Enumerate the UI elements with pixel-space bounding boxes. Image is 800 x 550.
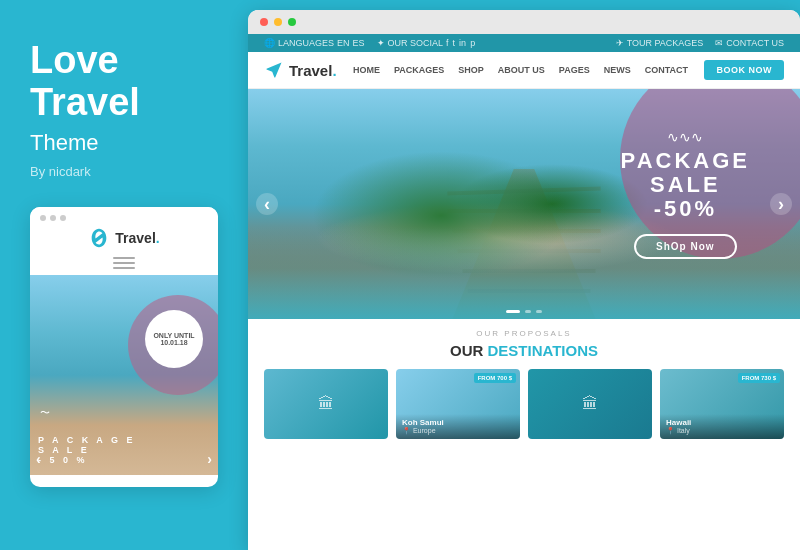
mobile-only-until: ONLY UNTIL 10.01.18 bbox=[145, 310, 203, 368]
site-topbar: 🌐 LANGUAGES EN ES ✦ OUR SOCIAL f t in p … bbox=[248, 34, 800, 52]
dest-card-2-info: Koh Samui 📍 Europe bbox=[396, 414, 520, 439]
mobile-dot-1 bbox=[40, 215, 46, 221]
tour-packages-item[interactable]: ✈ TOUR PACKAGES bbox=[616, 38, 704, 48]
site-nav: HOME PACKAGES SHOP ABOUT US PAGES NEWS C… bbox=[353, 65, 688, 75]
browser-minimize-dot[interactable] bbox=[274, 18, 282, 26]
pinterest-icon[interactable]: p bbox=[470, 38, 475, 48]
mobile-dots bbox=[40, 215, 66, 221]
hero-dot-1[interactable] bbox=[506, 310, 520, 313]
browser-mockup: 🌐 LANGUAGES EN ES ✦ OUR SOCIAL f t in p … bbox=[248, 10, 800, 550]
social-icons: f t in p bbox=[446, 38, 475, 48]
package-icon: ✈ bbox=[616, 38, 624, 48]
left-panel: Love Travel Theme By nicdark Travel. bbox=[0, 0, 248, 550]
mobile-arrow-right[interactable]: › bbox=[207, 451, 212, 467]
left-by: By nicdark bbox=[30, 164, 218, 179]
share-icon: ✦ bbox=[377, 38, 385, 48]
book-now-button[interactable]: BOOK NOW bbox=[704, 60, 784, 80]
globe-icon: 🌐 bbox=[264, 38, 275, 48]
destination-card-3[interactable]: 🏛 bbox=[528, 369, 652, 439]
destination-card-2[interactable]: Koh Samui 📍 Europe FROM 700 $ bbox=[396, 369, 520, 439]
site-logo-text: Travel. bbox=[289, 62, 337, 79]
mobile-dot-3 bbox=[60, 215, 66, 221]
left-title: Love Travel bbox=[30, 40, 218, 124]
twitter-icon[interactable]: t bbox=[453, 38, 456, 48]
destination-card-4[interactable]: Hawaii 📍 Italy FROM 730 $ bbox=[660, 369, 784, 439]
mobile-menu-line-3 bbox=[113, 267, 135, 269]
site-topbar-right: ✈ TOUR PACKAGES ✉ CONTACT US bbox=[616, 38, 784, 48]
mobile-wave: 〜 bbox=[40, 406, 50, 420]
dest-card-4-name: Hawaii bbox=[666, 418, 778, 427]
dest-card-2-name: Koh Samui bbox=[402, 418, 514, 427]
hero-dots bbox=[506, 310, 542, 313]
site-logo-icon bbox=[264, 60, 284, 80]
mobile-menu-lines[interactable] bbox=[113, 257, 135, 269]
hero-content: ∿∿∿ PACKAGE SALE -50% ShOp Now bbox=[621, 129, 750, 259]
mobile-dot-2 bbox=[50, 215, 56, 221]
mobile-hero: ONLY UNTIL 10.01.18 〜 P A C K A G E S A … bbox=[30, 275, 218, 475]
destinations-section: OUR PROPOSALS OUR DESTINATIONS 🏛 Koh Sam… bbox=[248, 319, 800, 449]
nav-about[interactable]: ABOUT US bbox=[498, 65, 545, 75]
mobile-arrow-left[interactable]: ‹ bbox=[36, 451, 41, 467]
contact-icon: ✉ bbox=[715, 38, 723, 48]
nav-packages[interactable]: PACKAGES bbox=[394, 65, 444, 75]
mobile-top-bar: Travel. bbox=[30, 207, 218, 275]
site-navbar: Travel. HOME PACKAGES SHOP ABOUT US PAGE… bbox=[248, 52, 800, 89]
hero-arrow-left[interactable]: ‹ bbox=[256, 193, 278, 215]
facebook-icon[interactable]: f bbox=[446, 38, 449, 48]
mobile-logo-area: Travel. bbox=[88, 227, 159, 249]
hero-dot-3[interactable] bbox=[536, 310, 542, 313]
contact-us-item[interactable]: ✉ CONTACT US bbox=[715, 38, 784, 48]
destinations-label: OUR PROPOSALS bbox=[264, 329, 784, 338]
site-logo[interactable]: Travel. bbox=[264, 60, 337, 80]
nav-pages[interactable]: PAGES bbox=[559, 65, 590, 75]
destinations-title: OUR DESTINATIONS bbox=[264, 342, 784, 359]
site-topbar-left: 🌐 LANGUAGES EN ES ✦ OUR SOCIAL f t in p bbox=[264, 38, 475, 48]
languages-item[interactable]: 🌐 LANGUAGES EN ES bbox=[264, 38, 365, 48]
dest-card-4-info: Hawaii 📍 Italy bbox=[660, 414, 784, 439]
dest-card-2-price: FROM 700 $ bbox=[474, 373, 516, 383]
dest-card-4-location: 📍 Italy bbox=[666, 427, 778, 435]
dest-card-1-icon: 🏛 bbox=[318, 395, 334, 413]
mobile-mockup: Travel. ONLY UNTIL 10.01.18 〜 P A C K A … bbox=[30, 207, 218, 487]
location-icon-4: 📍 bbox=[666, 427, 675, 434]
mobile-logo-text: Travel. bbox=[115, 230, 159, 246]
hero-dot-2[interactable] bbox=[525, 310, 531, 313]
mobile-logo-icon bbox=[88, 227, 110, 249]
hero-package-text: PACKAGE SALE -50% bbox=[621, 149, 750, 222]
left-subtitle: Theme bbox=[30, 130, 218, 156]
site-hero: ∿∿∿ PACKAGE SALE -50% ShOp Now ‹ › bbox=[248, 89, 800, 319]
nav-home[interactable]: HOME bbox=[353, 65, 380, 75]
mobile-menu-line-2 bbox=[113, 262, 135, 264]
hero-wave: ∿∿∿ bbox=[621, 129, 750, 145]
dest-card-2-location: 📍 Europe bbox=[402, 427, 514, 435]
mobile-arrows: ‹ › bbox=[30, 451, 218, 467]
destinations-cards: 🏛 Koh Samui 📍 Europe FROM 700 $ 🏛 bbox=[264, 369, 784, 439]
shop-now-button[interactable]: ShOp Now bbox=[634, 234, 737, 259]
linkedin-icon[interactable]: in bbox=[459, 38, 466, 48]
destination-card-1[interactable]: 🏛 bbox=[264, 369, 388, 439]
mobile-menu-line-1 bbox=[113, 257, 135, 259]
social-item[interactable]: ✦ OUR SOCIAL f t in p bbox=[377, 38, 476, 48]
dest-card-3-icon: 🏛 bbox=[582, 395, 598, 413]
location-icon: 📍 bbox=[402, 427, 411, 434]
browser-maximize-dot[interactable] bbox=[288, 18, 296, 26]
dest-card-4-price: FROM 730 $ bbox=[738, 373, 780, 383]
browser-close-dot[interactable] bbox=[260, 18, 268, 26]
nav-news[interactable]: NEWS bbox=[604, 65, 631, 75]
hero-arrow-right[interactable]: › bbox=[770, 193, 792, 215]
browser-chrome bbox=[248, 10, 800, 34]
nav-contact[interactable]: CONTACT bbox=[645, 65, 688, 75]
nav-shop[interactable]: SHOP bbox=[458, 65, 484, 75]
